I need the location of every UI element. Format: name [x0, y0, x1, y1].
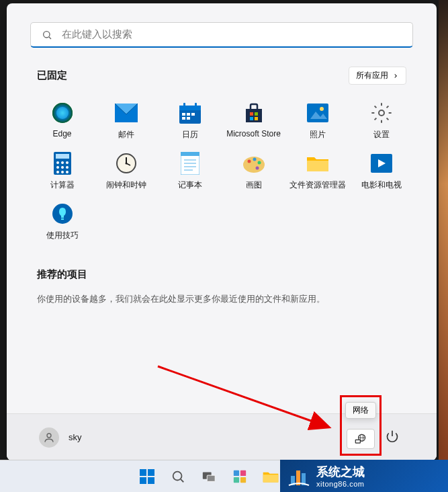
svg-point-28 — [56, 166, 59, 169]
svg-line-67 — [181, 479, 183, 482]
app-label: Microsoft Store — [226, 129, 281, 138]
svg-point-0 — [44, 31, 50, 37]
svg-rect-9 — [195, 103, 197, 108]
svg-rect-10 — [182, 113, 185, 116]
watermark: 系统之城 xitong86.com — [280, 460, 448, 492]
network-tooltip: 网络 — [345, 402, 376, 419]
svg-point-47 — [257, 161, 261, 165]
svg-rect-14 — [187, 117, 190, 120]
svg-point-27 — [66, 161, 69, 164]
app-label: Edge — [52, 129, 71, 138]
app-label: 日历 — [182, 129, 198, 140]
tips-icon — [50, 202, 75, 226]
search-icon — [171, 469, 185, 484]
svg-rect-39 — [181, 152, 199, 156]
app-store[interactable]: Microsoft Store — [222, 97, 285, 145]
app-explorer[interactable]: 文件资源管理器 — [285, 147, 349, 195]
svg-point-46 — [253, 158, 256, 161]
taskbar-start-button[interactable] — [134, 463, 161, 490]
svg-point-48 — [255, 167, 259, 170]
app-label: 设置 — [373, 129, 390, 140]
recommended-title: 推荐的项目 — [37, 268, 406, 281]
svg-point-66 — [173, 471, 181, 480]
app-label: 计算器 — [50, 179, 75, 191]
pinned-apps-grid: Edge 邮件 日历 Microsoft Store 照片 — [30, 97, 413, 245]
svg-point-45 — [247, 160, 251, 163]
user-account-button[interactable]: sky — [39, 427, 82, 448]
svg-rect-12 — [191, 113, 195, 116]
svg-point-21 — [320, 107, 324, 111]
calculator-icon — [50, 151, 75, 175]
app-clock[interactable]: 闹钟和时钟 — [94, 147, 158, 195]
settings-icon — [369, 101, 394, 125]
app-mail[interactable]: 邮件 — [94, 97, 158, 145]
app-paint[interactable]: 画图 — [222, 147, 285, 195]
network-button[interactable] — [347, 429, 375, 449]
svg-rect-64 — [140, 477, 146, 484]
search-icon — [42, 30, 52, 40]
search-box[interactable]: 在此键入以搜索 — [30, 22, 413, 48]
all-apps-button[interactable]: 所有应用 — [349, 67, 406, 85]
app-notepad[interactable]: 记事本 — [158, 147, 222, 195]
svg-rect-58 — [356, 440, 360, 442]
app-tips[interactable]: 使用技巧 — [30, 198, 94, 245]
user-avatar-icon — [39, 427, 59, 448]
svg-rect-52 — [61, 218, 64, 220]
svg-rect-24 — [56, 154, 69, 159]
power-button[interactable] — [380, 424, 404, 451]
svg-rect-71 — [240, 470, 245, 475]
svg-line-1 — [49, 37, 51, 39]
clock-icon — [114, 151, 138, 175]
svg-rect-13 — [182, 117, 185, 120]
svg-point-32 — [61, 171, 64, 173]
svg-point-22 — [379, 110, 384, 116]
notepad-icon — [178, 151, 202, 175]
svg-rect-7 — [179, 106, 201, 110]
svg-point-33 — [66, 171, 69, 173]
app-label: 照片 — [310, 129, 326, 140]
app-label: 电影和电视 — [361, 179, 402, 191]
taskbar-widgets-button[interactable] — [226, 463, 253, 490]
pinned-title: 已固定 — [37, 69, 67, 82]
app-movies[interactable]: 电影和电视 — [349, 147, 413, 195]
app-calculator[interactable]: 计算器 — [30, 147, 94, 195]
app-edge[interactable]: Edge — [30, 97, 94, 145]
start-menu-footer: sky 网络 — [7, 413, 437, 460]
svg-point-29 — [61, 166, 64, 169]
svg-point-30 — [66, 166, 69, 169]
watermark-title: 系统之城 — [316, 464, 365, 480]
svg-rect-19 — [307, 104, 328, 122]
windows-icon — [139, 468, 155, 485]
search-placeholder: 在此键入以搜索 — [62, 28, 132, 41]
all-apps-label: 所有应用 — [356, 70, 388, 81]
svg-rect-69 — [207, 475, 215, 481]
svg-rect-11 — [187, 113, 190, 116]
network-icon — [354, 433, 367, 445]
watermark-url: xitong86.com — [316, 480, 365, 488]
svg-point-25 — [56, 161, 59, 164]
edge-icon — [50, 101, 75, 125]
svg-point-37 — [125, 163, 127, 165]
svg-rect-16 — [255, 112, 258, 116]
movies-icon — [369, 151, 394, 175]
svg-rect-73 — [240, 477, 245, 482]
taskbar-taskview-button[interactable] — [195, 463, 222, 490]
taskbar-search-button[interactable] — [165, 463, 191, 490]
app-label: 邮件 — [118, 129, 134, 140]
user-name-label: sky — [69, 432, 82, 442]
svg-point-53 — [47, 434, 51, 438]
app-label: 画图 — [246, 179, 262, 191]
app-settings[interactable]: 设置 — [349, 97, 413, 145]
app-label: 闹钟和时钟 — [106, 179, 146, 191]
chevron-right-icon — [392, 73, 399, 79]
paint-icon — [242, 151, 266, 175]
app-calendar[interactable]: 日历 — [158, 97, 222, 145]
svg-rect-17 — [250, 117, 253, 120]
power-icon — [386, 429, 399, 443]
app-photos[interactable]: 照片 — [285, 97, 349, 145]
svg-rect-18 — [255, 117, 258, 120]
svg-rect-8 — [183, 103, 185, 108]
svg-rect-63 — [148, 469, 154, 476]
start-menu: 在此键入以搜索 已固定 所有应用 Edge 邮件 日历 — [7, 3, 437, 460]
app-label: 使用技巧 — [46, 230, 79, 241]
